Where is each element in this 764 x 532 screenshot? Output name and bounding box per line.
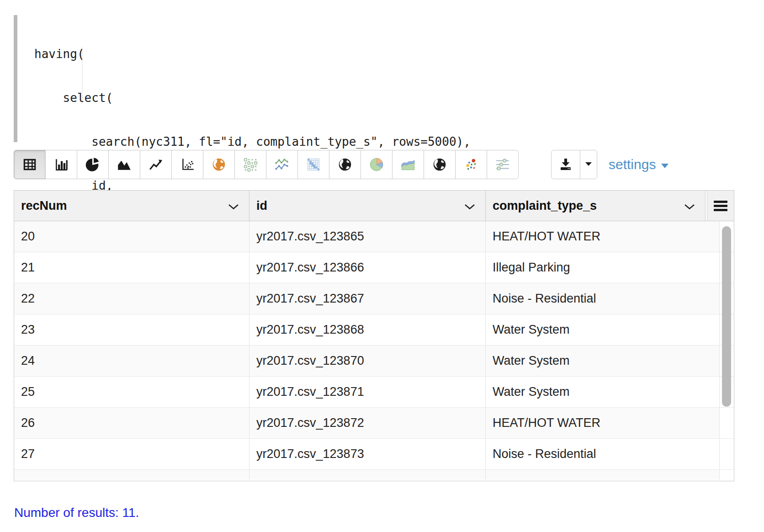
chevron-down-icon[interactable] (684, 199, 695, 213)
heatmap-icon (306, 157, 321, 172)
table-row: 23 yr2017.csv_123868 Water System (14, 314, 734, 346)
chevron-down-icon[interactable] (228, 199, 239, 213)
code-line: select( (34, 90, 471, 105)
pie-chart-icon (85, 157, 101, 172)
chart-type-table-button[interactable] (14, 150, 46, 179)
chart-type-line-button[interactable] (140, 150, 172, 179)
scrollbar-gutter (720, 408, 734, 438)
scrollbar-gutter (720, 470, 734, 480)
cell-id: yr2017.csv_123866 (249, 252, 486, 283)
download-button-group (551, 150, 597, 179)
code-line: having( (34, 47, 471, 61)
cell-recnum: 21 (14, 252, 249, 283)
column-header-complaint-type[interactable]: complaint_type_s (486, 191, 706, 221)
cell-recnum: 27 (14, 439, 249, 469)
caret-down-icon (660, 157, 669, 172)
cell-complaint-type: Water System (486, 314, 720, 345)
table-icon (22, 157, 37, 172)
code-line: search(nyc311, fl="id, complaint_type_s"… (34, 134, 471, 149)
hamburger-menu-icon (714, 199, 727, 213)
chart-type-dot-grid-button[interactable] (234, 150, 266, 179)
cell-id: yr2017.csv_123865 (249, 221, 486, 252)
chevron-down-icon[interactable] (464, 199, 475, 213)
table-menu-button[interactable] (707, 191, 734, 221)
cell-complaint-type (486, 470, 720, 480)
multi-series-line-icon (274, 157, 290, 172)
chart-type-map-orange-button[interactable] (203, 150, 235, 179)
cell-id: yr2017.csv_123870 (249, 346, 486, 376)
cell-recnum: 25 (14, 377, 249, 407)
cell-complaint-type: HEAT/HOT WATER (486, 408, 720, 438)
cell-recnum: 22 (14, 283, 249, 314)
chart-type-area-button[interactable] (108, 150, 140, 179)
download-options-caret-button[interactable] (580, 150, 597, 179)
chart-type-heatmap-button[interactable] (297, 150, 329, 179)
chart-type-pie-button[interactable] (77, 150, 109, 179)
cell-recnum: 23 (14, 314, 249, 345)
cell-id: yr2017.csv_123871 (249, 377, 486, 407)
download-button[interactable] (551, 150, 580, 179)
cell-complaint-type: HEAT/HOT WATER (486, 221, 720, 252)
column-header-label: complaint_type_s (493, 199, 597, 213)
area-chart-icon (117, 157, 132, 172)
cell-recnum (14, 470, 249, 480)
cell-recnum: 20 (14, 221, 249, 252)
dot-grid-icon (243, 157, 258, 172)
cell-complaint-type: Noise - Residential (486, 283, 720, 314)
column-header-label: id (256, 199, 267, 213)
column-header-id[interactable]: id (249, 191, 486, 221)
table-scrollbar-thumb[interactable] (722, 226, 731, 407)
settings-label: settings (609, 157, 656, 172)
caret-down-icon (584, 161, 593, 168)
cell-id: yr2017.csv_123867 (249, 283, 486, 314)
globe-orange-icon (211, 157, 227, 172)
code-block-left-border (14, 15, 17, 142)
scatter-plot-icon (180, 157, 195, 172)
cell-id (249, 470, 486, 480)
cell-id: yr2017.csv_123868 (249, 314, 486, 345)
cell-id: yr2017.csv_123873 (249, 439, 486, 469)
chart-type-pie-color-button[interactable] (361, 150, 393, 179)
scrollbar-gutter (720, 439, 734, 469)
table-row: 25 yr2017.csv_123871 Water System (14, 377, 734, 408)
column-header-recnum[interactable]: recNum (14, 191, 249, 221)
cell-recnum: 24 (14, 346, 249, 376)
chart-type-world-map-2-button[interactable] (424, 150, 456, 179)
sliders-icon (495, 157, 510, 172)
table-row-partial (14, 470, 734, 480)
table-row: 21 yr2017.csv_123866 Illegal Parking (14, 252, 734, 283)
cell-recnum: 26 (14, 408, 249, 438)
download-icon (558, 157, 573, 173)
chart-type-scatter-button[interactable] (171, 150, 203, 179)
chart-type-world-map-button[interactable] (329, 150, 361, 179)
table-row: 24 yr2017.csv_123870 Water System (14, 346, 734, 377)
column-header-label: recNum (21, 199, 67, 213)
chart-type-toolbar (14, 150, 519, 179)
chart-type-bar-button[interactable] (45, 150, 77, 179)
settings-dropdown-link[interactable]: settings (609, 157, 669, 172)
table-header-row: recNum id complaint_type_s (14, 191, 734, 221)
table-row: 22 yr2017.csv_123867 Noise - Residential (14, 283, 734, 314)
line-chart-icon (148, 157, 164, 172)
pie-color-icon (369, 157, 384, 172)
chart-type-scatter-color-button[interactable] (455, 150, 487, 179)
cell-complaint-type: Noise - Residential (486, 439, 720, 469)
results-table: recNum id complaint_type_s 20 yr2017.csv… (14, 190, 734, 481)
table-row: 27 yr2017.csv_123873 Noise - Residential (14, 439, 734, 470)
globe-dark-icon (337, 157, 353, 172)
cell-id: yr2017.csv_123872 (249, 408, 486, 438)
scatter-color-icon (463, 157, 479, 172)
table-row: 26 yr2017.csv_123872 HEAT/HOT WATER (14, 408, 734, 439)
cell-complaint-type: Illegal Parking (486, 252, 720, 283)
chart-type-multi-line-button[interactable] (266, 150, 298, 179)
table-row: 20 yr2017.csv_123865 HEAT/HOT WATER (14, 221, 734, 252)
results-count-text: Number of results: 11. (14, 505, 139, 520)
chart-type-sliders-button[interactable] (487, 150, 519, 179)
cell-complaint-type: Water System (486, 346, 720, 376)
chart-type-area-color-button[interactable] (392, 150, 424, 179)
area-color-icon (400, 157, 416, 172)
cell-complaint-type: Water System (486, 377, 720, 407)
globe-dark-2-icon (432, 157, 447, 172)
bar-chart-icon (53, 157, 69, 172)
